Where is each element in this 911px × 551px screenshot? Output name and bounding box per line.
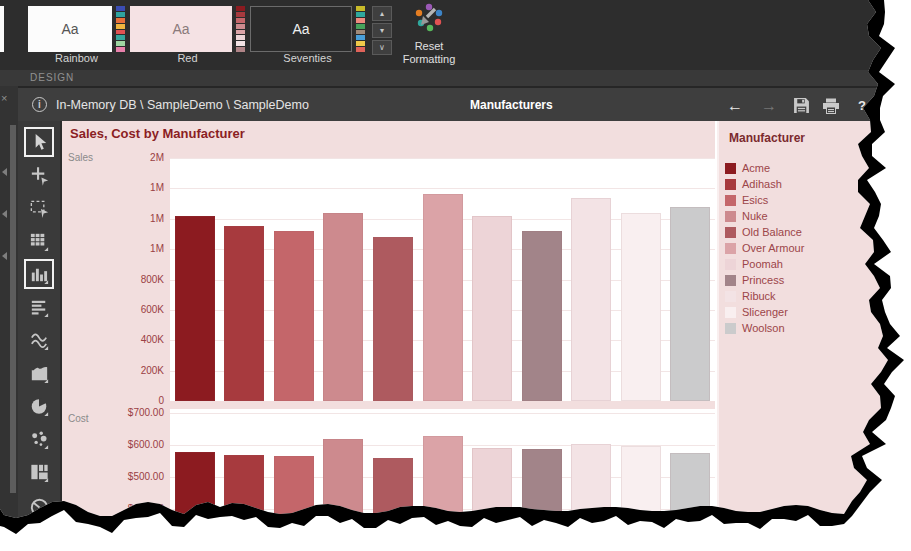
legend-item[interactable]: Old Balance [725, 224, 804, 240]
gallery-up-button[interactable]: ▴ [372, 6, 392, 21]
legend-item[interactable]: Adihash [725, 176, 804, 192]
sales-bar-Nuke[interactable] [323, 213, 363, 401]
ribbon: Aa Rainbow Aa Red Aa Seventies ▴▾∨ Reset… [0, 0, 911, 86]
strip-color-swatch [356, 41, 365, 46]
sales-bar-Esics[interactable] [274, 231, 314, 401]
tool-pivot-grid[interactable] [24, 226, 54, 256]
strip-color-swatch [356, 30, 365, 35]
info-icon[interactable]: i [32, 97, 47, 112]
legend-label: Woolson [742, 322, 785, 334]
tool-gauge[interactable] [24, 490, 54, 520]
close-button[interactable]: × [871, 88, 893, 123]
sales-bar-Princess[interactable] [522, 231, 562, 401]
sales-bar-Acme[interactable] [175, 216, 215, 401]
tool-pointer[interactable] [24, 127, 54, 157]
legend-item[interactable]: Slicenger [725, 304, 804, 320]
dashboard-title: Manufacturers [470, 88, 553, 123]
cost-bar-Poomah[interactable] [472, 448, 512, 551]
legend-item[interactable]: Acme [725, 160, 804, 176]
print-button[interactable] [820, 88, 842, 123]
gallery-down-button[interactable]: ▾ [372, 23, 392, 38]
sales-axis-tick: 0 [62, 395, 164, 406]
sales-bar-Slicenger[interactable] [621, 213, 661, 401]
tool-marquee[interactable] [24, 193, 54, 223]
gridline [170, 413, 715, 414]
cost-bar-Acme[interactable] [175, 452, 215, 551]
strip-color-swatch [116, 12, 125, 17]
theme-tile-red[interactable]: Aa [130, 6, 232, 52]
theme-tile-rainbow[interactable]: Aa [28, 6, 112, 52]
legend-item[interactable]: Woolson [725, 320, 804, 336]
sales-axis-tick: 200K [62, 365, 164, 376]
tool-pie-chart[interactable] [24, 391, 54, 421]
legend-item[interactable]: Ribuck [725, 288, 804, 304]
legend-swatch-icon [725, 195, 736, 206]
sales-bar-Woolson[interactable] [670, 207, 710, 401]
save-button[interactable] [790, 88, 812, 123]
reset-formatting-button[interactable]: Reset Formatting [398, 2, 460, 68]
collapse-panel-icon[interactable]: × [1, 92, 7, 104]
strip-color-swatch [116, 41, 125, 46]
cost-bar-Ribuck[interactable] [571, 444, 611, 551]
legend-swatch-icon [725, 179, 736, 190]
strip-color-swatch [116, 30, 125, 35]
cost-bar-Woolson[interactable] [670, 453, 710, 551]
legend-item[interactable]: Over Armour [725, 240, 804, 256]
theme-tile-seventies[interactable]: Aa [250, 6, 352, 52]
legend-item[interactable]: Esics [725, 192, 804, 208]
legend-item[interactable]: Nuke [725, 208, 804, 224]
cost-bar-Esics[interactable] [274, 456, 314, 551]
rail-splitter[interactable] [10, 125, 16, 493]
cost-bar-Nuke[interactable] [323, 439, 363, 551]
pivot-grid-icon [28, 230, 51, 253]
sales-axis-tick: 1M [62, 243, 164, 254]
sales-bar-Ribuck[interactable] [571, 198, 611, 402]
sales-bar-Over-Armour[interactable] [423, 194, 463, 401]
tool-move[interactable] [24, 160, 54, 190]
legend-item[interactable]: Poomah [725, 256, 804, 272]
splitter-grip-icon [2, 252, 7, 260]
back-button[interactable]: ← [724, 88, 746, 123]
tool-line-chart[interactable] [24, 325, 54, 355]
chart-item[interactable]: Sales, Cost by Manufacturer Sales Cost 2… [62, 121, 715, 551]
ribbon-tab-design[interactable]: DESIGN [0, 70, 911, 86]
strip-color-swatch [116, 18, 125, 23]
cost-axis-tick: $700.00 [62, 407, 164, 418]
legend-label: Slicenger [742, 306, 788, 318]
strip-color-swatch [356, 6, 365, 11]
sales-bar-Adihash[interactable] [224, 226, 264, 401]
cost-bar-Slicenger[interactable] [621, 446, 661, 551]
tool-text-rows[interactable] [24, 292, 54, 322]
legend-title: Manufacturer [729, 131, 805, 145]
legend-swatch-icon [725, 211, 736, 222]
theme-label-red: Red [130, 52, 245, 66]
legend-label: Esics [742, 194, 768, 206]
theme-sample-text: Aa [61, 21, 78, 37]
text-rows-icon [28, 296, 51, 319]
legend-label: Over Armour [742, 242, 804, 254]
strip-color-swatch [356, 24, 365, 29]
strip-color-swatch [236, 12, 245, 17]
tool-area-chart[interactable] [24, 358, 54, 388]
area-chart-icon [28, 362, 51, 385]
tool-scatter-chart[interactable] [24, 424, 54, 454]
gallery-dropdown-button[interactable]: ∨ [372, 40, 392, 55]
tool-bar-chart[interactable] [24, 259, 54, 289]
sales-bar-Old-Balance[interactable] [373, 237, 413, 401]
theme-label-rainbow: Rainbow [28, 52, 125, 66]
strip-color-swatch [116, 24, 125, 29]
cost-bar-Old-Balance[interactable] [373, 458, 413, 551]
legend-label: Adihash [742, 178, 782, 190]
theme-color-strip [116, 6, 125, 53]
legend-label: Poomah [742, 258, 783, 270]
sales-bar-Poomah[interactable] [472, 216, 512, 401]
strip-color-swatch [236, 18, 245, 23]
strip-color-swatch [236, 30, 245, 35]
theme-color-strip [356, 6, 365, 53]
tool-treemap[interactable] [24, 457, 54, 487]
help-button[interactable]: ? [851, 88, 873, 123]
legend-item[interactable]: Princess [725, 272, 804, 288]
cost-bar-Adihash[interactable] [224, 455, 264, 551]
cost-bar-Over-Armour[interactable] [423, 436, 463, 551]
cost-bar-Princess[interactable] [522, 449, 562, 551]
